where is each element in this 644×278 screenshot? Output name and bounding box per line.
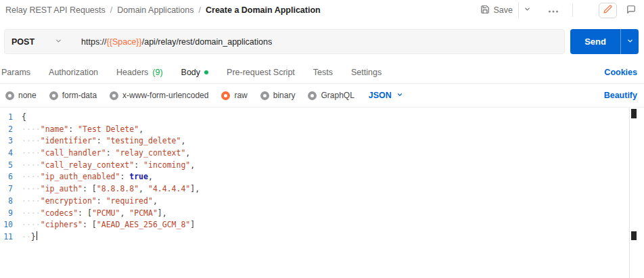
code-line[interactable]: 1{ — [0, 112, 644, 124]
code-token: "ip_auth_enabled" — [41, 171, 120, 183]
code-token: ···· — [22, 208, 41, 220]
tab-pre-request-script[interactable]: Pre-request Script — [227, 68, 295, 77]
tab-params[interactable]: Params — [1, 68, 30, 77]
code-token: "required" — [106, 195, 153, 208]
tab-headers[interactable]: Headers(9) — [116, 68, 163, 77]
scrollbar-thumb[interactable] — [631, 109, 637, 118]
code-line[interactable]: 4····"call_handler": "relay_context", — [0, 147, 644, 160]
code-token: "Test Delete" — [78, 124, 139, 136]
editor-vertical-scrollbar[interactable] — [629, 108, 637, 278]
scrollbar-mark[interactable] — [631, 231, 637, 240]
body-type-form-data[interactable]: form-data — [49, 91, 97, 100]
url-path: /api/relay/rest/domain_applications — [142, 37, 272, 47]
code-token: ···· — [22, 183, 41, 195]
code-line[interactable]: 3····"identifier": "testing_delete", — [0, 135, 644, 147]
breadcrumb-folder[interactable]: Domain Applications — [117, 5, 193, 15]
url-prefix: https:// — [81, 37, 107, 47]
code-line[interactable]: 5····"call_relay_context": "incoming", — [0, 160, 644, 172]
code-line[interactable]: 7····"ip_auth": ["8.8.8.8", "4.4.4.4"], — [0, 183, 644, 195]
code-token: : — [97, 195, 106, 208]
save-button-group: Save — [475, 1, 536, 20]
code-token: "call_handler" — [41, 147, 106, 160]
code-token: "incoming" — [143, 160, 190, 172]
send-button-group: Send — [570, 29, 639, 54]
radio-label: x-www-form-urlencoded — [122, 91, 208, 100]
code-lines: 1{2····"name": "Test Delete",3····"ident… — [0, 112, 644, 244]
line-number: 7 — [0, 183, 22, 195]
code-line[interactable]: 9····"codecs": ["PCMU", "PCMA"], — [0, 208, 644, 220]
request-tabs-row: ParamsAuthorizationHeaders(9)BodyPre-req… — [0, 61, 644, 84]
save-icon — [480, 5, 490, 16]
code-token: "relay_context" — [116, 147, 186, 160]
radio-icon — [49, 91, 58, 100]
code-token: , — [153, 195, 158, 208]
code-token: , — [139, 183, 148, 195]
code-token: ···· — [22, 135, 41, 147]
request-topbar: Relay REST API Requests / Domain Applica… — [0, 0, 644, 20]
more-options-button[interactable] — [543, 2, 564, 18]
line-number: 1 — [0, 112, 22, 124]
code-token: ···· — [22, 195, 41, 208]
send-button[interactable]: Send — [570, 29, 620, 54]
code-token: ···· — [22, 124, 41, 136]
code-token: : — [106, 147, 116, 160]
breadcrumb-request-name[interactable]: Create a Domain Application — [206, 5, 321, 15]
beautify-link[interactable]: Beautify — [604, 91, 637, 100]
body-type-none[interactable]: none — [5, 91, 37, 100]
code-token: , — [139, 124, 143, 136]
raw-body-editor[interactable]: 1{2····"name": "Test Delete",3····"ident… — [0, 108, 644, 278]
body-type-options: noneform-datax-www-form-urlencodedrawbin… — [5, 91, 354, 100]
radio-icon — [221, 91, 230, 100]
ellipsis-icon — [548, 5, 559, 15]
code-token: , — [148, 171, 153, 183]
code-token: true — [129, 171, 148, 183]
code-line[interactable]: 6····"ip_auth_enabled": true, — [0, 171, 644, 183]
code-token: ···· — [22, 160, 41, 172]
body-type-graphql[interactable]: GraphQL — [308, 91, 354, 100]
tab-body[interactable]: Body — [181, 68, 209, 77]
save-button[interactable]: Save — [475, 1, 519, 20]
body-type-raw[interactable]: raw — [221, 91, 247, 100]
code-token: "name" — [41, 124, 69, 136]
body-type-x-www-form-urlencoded[interactable]: x-www-form-urlencoded — [110, 91, 208, 100]
radio-icon — [308, 91, 317, 100]
tab-settings[interactable]: Settings — [351, 68, 382, 77]
radio-label: binary — [273, 91, 296, 100]
send-dropdown-button[interactable] — [620, 29, 639, 54]
line-number: 10 — [0, 219, 22, 231]
request-url-row: POST https://{{Space}}/api/relay/rest/do… — [0, 20, 644, 61]
code-token: "testing_delete" — [106, 135, 181, 147]
code-token: ···· — [22, 219, 41, 231]
right-panel-toggles — [599, 3, 640, 18]
comments-button[interactable] — [622, 3, 640, 18]
code-token: , — [185, 147, 190, 160]
tab-label: Settings — [351, 68, 382, 77]
edit-documentation-button[interactable] — [599, 3, 617, 18]
chevron-down-icon — [396, 91, 403, 100]
format-label: JSON — [369, 91, 392, 100]
radio-label: raw — [234, 91, 247, 100]
url-input[interactable]: https://{{Space}}/api/relay/rest/domain_… — [72, 30, 564, 53]
code-line[interactable]: 11··} — [0, 231, 644, 244]
radio-icon — [5, 91, 14, 100]
breadcrumb-separator: / — [110, 5, 112, 15]
save-dropdown-button[interactable] — [518, 2, 536, 18]
tab-label: Body — [181, 68, 201, 77]
topbar-divider — [572, 3, 573, 17]
cookies-link[interactable]: Cookies — [604, 68, 637, 77]
code-line[interactable]: 10····"ciphers": ["AEAD_AES_256_GCM_8"] — [0, 219, 644, 231]
body-type-row: noneform-datax-www-form-urlencodedrawbin… — [0, 84, 644, 108]
tab-authorization[interactable]: Authorization — [49, 68, 98, 77]
format-select[interactable]: JSON — [369, 91, 403, 100]
save-label: Save — [494, 5, 513, 15]
tab-label: Headers — [116, 68, 148, 77]
method-select[interactable]: POST — [5, 30, 72, 53]
body-type-binary[interactable]: binary — [260, 91, 296, 100]
code-token: , — [181, 135, 185, 147]
code-line[interactable]: 2····"name": "Test Delete", — [0, 124, 644, 136]
tab-tests[interactable]: Tests — [313, 68, 333, 77]
code-line[interactable]: 8····"encryption": "required", — [0, 195, 644, 208]
breadcrumb-collection[interactable]: Relay REST API Requests — [5, 5, 106, 15]
code-token: "identifier" — [41, 135, 97, 147]
chevron-down-icon — [524, 5, 531, 15]
